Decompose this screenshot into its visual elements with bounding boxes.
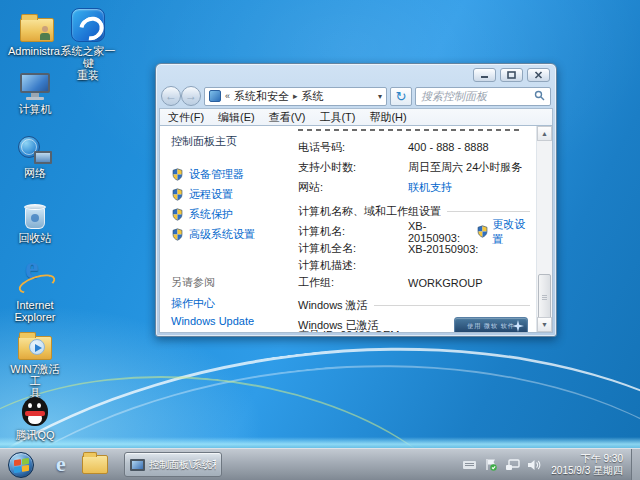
support-row-phone: 电话号码: 400 - 888 - 8888 <box>298 137 530 157</box>
system-window-icon <box>130 459 145 471</box>
refresh-button[interactable]: ↻ <box>390 87 412 106</box>
title-bar[interactable] <box>156 64 556 84</box>
section-rule <box>447 211 530 212</box>
uac-shield-icon <box>171 228 184 241</box>
search-icon <box>534 90 545 103</box>
section-rule <box>374 305 530 306</box>
input-method-icon[interactable] <box>462 459 477 470</box>
computer-row-description: 计算机描述: <box>298 257 530 274</box>
navigation-bar: ← → « 系统和安全 ▸ 系统 ▾ ↻ 搜索控制面板 <box>156 84 556 108</box>
row-label: 计算机描述: <box>298 258 408 273</box>
show-desktop-button[interactable] <box>631 449 640 480</box>
section-title: Windows 激活 <box>298 298 368 313</box>
system-page-icon <box>209 90 221 102</box>
folder-icon <box>18 336 52 360</box>
sidebar-item-system-protection[interactable]: 系统保护 <box>171 204 288 224</box>
desktop-icon-label: WIN7激活工 <box>6 363 64 387</box>
folder-icon <box>20 18 54 42</box>
sidebar-item-remote-settings[interactable]: 远程设置 <box>171 184 288 204</box>
sidebar-item-advanced-system-settings[interactable]: 高级系统设置 <box>171 224 288 244</box>
change-settings-link[interactable]: 更改设置 <box>492 217 530 247</box>
windows-flag-icon <box>14 457 29 472</box>
menu-view[interactable]: 查看(V) <box>269 110 306 125</box>
main-panel: 电话号码: 400 - 888 - 8888 支持小时数: 周日至周六 24小时… <box>288 126 536 332</box>
row-label: 电话号码: <box>298 140 408 155</box>
minimize-button[interactable] <box>473 68 496 82</box>
sparkle-icon <box>512 320 524 332</box>
sidebar-item-device-manager[interactable]: 设备管理器 <box>171 164 288 184</box>
desktop-icon-internet-explorer[interactable]: e Internet Explorer <box>6 262 64 323</box>
support-row-hours: 支持小时数: 周日至周六 24小时服务 <box>298 157 530 177</box>
desktop-icon-tencent-qq[interactable]: 腾讯QQ <box>6 392 64 441</box>
menu-file[interactable]: 文件(F) <box>168 110 204 125</box>
forward-button[interactable]: → <box>181 86 201 106</box>
desktop-icon-label: 腾讯QQ <box>6 429 64 441</box>
activation-block: Windows 已激活 产品 ID: 00426-OEM-8992662-000… <box>298 317 530 332</box>
volume-icon[interactable] <box>527 459 541 471</box>
sidebar-item-control-panel-home[interactable]: 控制面板主页 <box>171 134 288 149</box>
scroll-down-button[interactable]: ▼ <box>537 317 552 332</box>
tool-emblem-icon <box>29 339 45 355</box>
system-home-app-icon <box>71 8 105 42</box>
sidebar-item-label: 设备管理器 <box>189 167 244 182</box>
see-also-header: 另请参阅 <box>171 275 288 290</box>
back-icon: ← <box>165 89 177 103</box>
recycle-bin-icon <box>24 202 46 229</box>
breadcrumb-system-security[interactable]: 系统和安全 <box>234 89 289 104</box>
breadcrumb-system[interactable]: 系统 <box>302 89 324 104</box>
breadcrumb-overflow-chevron[interactable]: « <box>225 91 230 101</box>
system-window: ← → « 系统和安全 ▸ 系统 ▾ ↻ 搜索控制面板 文件(F) 编辑(E) … <box>155 63 557 337</box>
network-icon <box>18 136 52 164</box>
desktop-icon-computer[interactable]: 计算机 <box>6 66 64 115</box>
taskbar-explorer-icon[interactable] <box>82 455 108 474</box>
menu-help[interactable]: 帮助(H) <box>369 110 406 125</box>
sidebar-item-label: 高级系统设置 <box>189 227 255 242</box>
desktop-icon-label: 回收站 <box>6 232 64 244</box>
desktop-icon-recycle-bin[interactable]: 回收站 <box>6 195 64 244</box>
qq-penguin-icon <box>22 397 48 426</box>
uac-shield-icon <box>171 208 184 221</box>
desktop-icon-label: 网络 <box>6 167 64 179</box>
clipped-scrolled-text <box>298 128 523 133</box>
scrollbar-thumb[interactable] <box>538 274 551 322</box>
sidebar-item-action-center[interactable]: 操作中心 <box>171 294 288 312</box>
taskbar-internet-explorer-icon[interactable]: e <box>46 451 76 477</box>
uac-shield-icon <box>171 168 184 181</box>
desktop-icon-label: 重装 <box>56 69 120 81</box>
genuine-windows-badge[interactable]: 使用 微软 软件 正版授权 安全 稳定 声誉 <box>454 317 528 332</box>
refresh-icon: ↻ <box>396 89 407 104</box>
desktop-icon-system-home-reinstall[interactable]: 系统之家一键 重装 <box>56 8 120 81</box>
menu-tools[interactable]: 工具(T) <box>319 110 355 125</box>
desktop-icon-win7-activation-tool[interactable]: WIN7激活工 具 <box>6 326 64 399</box>
desktop-icon-label: Explorer <box>6 311 64 323</box>
menu-edit[interactable]: 编辑(E) <box>218 110 255 125</box>
scroll-up-button[interactable]: ▲ <box>537 126 552 141</box>
network-status-icon[interactable] <box>505 459 520 471</box>
wallpaper-horizon-glow <box>0 437 640 448</box>
online-support-link[interactable]: 联机支持 <box>408 180 452 195</box>
sidebar-item-windows-update[interactable]: Windows Update <box>171 312 288 330</box>
address-dropdown-icon[interactable]: ▾ <box>378 92 382 101</box>
action-center-flag-icon[interactable] <box>484 458 498 471</box>
sidebar-item-performance-tools[interactable]: 性能信息和工具 <box>171 330 288 333</box>
desktop-icon-network[interactable]: 网络 <box>6 130 64 179</box>
desktop-icon-label: 系统之家一键 <box>56 45 120 69</box>
clock-date: 2015/9/3 星期四 <box>551 465 623 477</box>
row-value: 400 - 888 - 8888 <box>408 141 489 153</box>
support-row-website: 网站: 联机支持 <box>298 177 530 197</box>
vertical-scrollbar[interactable]: ▲ ▼ <box>536 126 552 332</box>
activation-section-header: Windows 激活 <box>298 298 530 313</box>
row-label: 工作组: <box>298 275 408 290</box>
close-button[interactable] <box>527 68 550 82</box>
product-id: 产品 ID: 00426-OEM-8992662-00006 <box>298 328 448 333</box>
address-bar[interactable]: « 系统和安全 ▸ 系统 ▾ <box>204 87 387 106</box>
back-button[interactable]: ← <box>161 86 181 106</box>
start-button[interactable] <box>8 452 34 478</box>
taskbar-task-button-control-panel[interactable]: 控制面板\系统和... <box>124 452 222 477</box>
taskbar: e 控制面板\系统和... 下午 9:30 2015/9/3 星期四 <box>0 448 640 480</box>
taskbar-clock[interactable]: 下午 9:30 2015/9/3 星期四 <box>551 453 623 477</box>
row-label: 计算机名: <box>298 224 408 239</box>
maximize-button[interactable] <box>500 68 523 82</box>
desktop: Administra... 系统之家一键 重装 计算机 网络 回收站 e Int… <box>0 0 640 480</box>
search-input[interactable]: 搜索控制面板 <box>415 87 551 106</box>
